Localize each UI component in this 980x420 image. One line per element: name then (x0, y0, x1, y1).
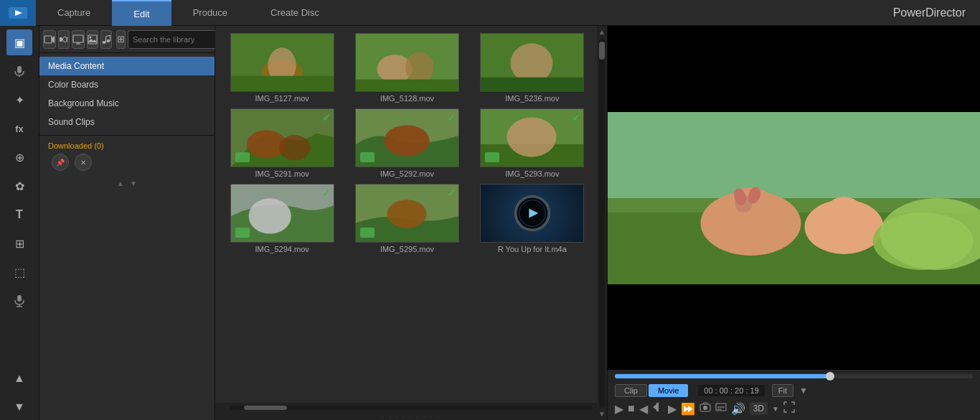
media-label: IMG_5291.mov (255, 169, 309, 178)
volume-icon[interactable]: 🔊 (731, 402, 745, 416)
content-scroll: IMG_5127.mov IMG_5128.mov IMG_5236.mov (215, 26, 607, 403)
3d-icon[interactable]: 3D (750, 402, 768, 415)
music-tool-btn[interactable] (100, 30, 112, 49)
h-scroll-thumb[interactable] (244, 406, 287, 410)
tab-capture[interactable]: Capture (36, 0, 112, 26)
sidebar-particle-icon[interactable]: ✿ (6, 173, 32, 199)
thumb-img5236 (480, 33, 584, 92)
fast-forward-icon[interactable]: ⏩ (681, 402, 695, 416)
fit-dropdown[interactable]: ▼ (799, 386, 808, 396)
list-item[interactable]: ✓ IMG_5295.mov (347, 184, 466, 253)
sidebar-down-icon[interactable]: ▼ (6, 394, 32, 420)
tab-produce[interactable]: Produce (171, 0, 249, 26)
list-item[interactable]: IMG_5236.mov (473, 33, 592, 103)
svg-rect-9 (60, 37, 62, 42)
sidebar-pip-icon[interactable]: ⬚ (6, 259, 32, 285)
resize-handle[interactable]: · · · · · · · · · (215, 413, 607, 420)
clip-button[interactable]: Clip (615, 384, 647, 397)
time-display: 00 : 00 : 20 : 19 (698, 385, 764, 396)
movie-button[interactable]: Movie (649, 384, 688, 397)
check-mark: ✓ (447, 112, 456, 123)
sidebar-fx-icon[interactable]: fx (6, 116, 32, 141)
svg-rect-7 (44, 36, 52, 43)
download-section: Downloaded (0) 📌 ✕ (39, 135, 215, 177)
list-item[interactable]: ✓ IMG_5291.mov (222, 108, 341, 178)
vertical-scrollbar[interactable]: ▲ ▼ (597, 26, 607, 420)
progress-handle[interactable] (826, 372, 834, 381)
sidebar-up-icon[interactable]: ▲ (6, 365, 32, 391)
sidebar-overlay-icon[interactable]: ⊕ (6, 144, 32, 170)
media-label: IMG_5292.mov (380, 169, 434, 178)
resize-dots: · · · · · · · · · (382, 413, 440, 421)
download-label: Downloaded (0) (48, 141, 206, 150)
list-item[interactable]: ✓ IMG_5293.mov (473, 108, 592, 178)
content-area: ▲ ▼ IMG_5127.mov IMG_5128. (215, 26, 607, 420)
dl-icon-clear[interactable]: ✕ (75, 154, 92, 171)
mark-in-icon[interactable] (652, 401, 664, 416)
svg-point-56 (824, 197, 864, 233)
fit-button[interactable]: Fit (772, 384, 793, 397)
subtitle-icon[interactable] (715, 401, 727, 416)
sidebar-effects-icon[interactable]: ✦ (6, 87, 32, 113)
h-scroll-track (230, 406, 593, 410)
list-item[interactable]: ✓ IMG_5292.mov (347, 108, 466, 178)
svg-rect-27 (231, 76, 334, 92)
sidebar-audio-icon[interactable] (6, 58, 32, 84)
nav-list: Media Content Color Boards Background Mu… (39, 53, 215, 135)
fullscreen-icon[interactable] (783, 401, 795, 416)
panel-scroll-down[interactable]: ▼ (130, 179, 137, 187)
nav-background-music[interactable]: Background Music (39, 94, 215, 113)
clip-movie-buttons: Clip Movie (615, 384, 688, 397)
nav-color-boards[interactable]: Color Boards (39, 75, 215, 94)
tab-edit[interactable]: Edit (112, 0, 171, 26)
sidebar-media-icon[interactable]: ▣ (6, 29, 32, 55)
horizontal-scrollbar[interactable] (215, 403, 607, 413)
sidebar-icons: ▣ ✦ fx ⊕ ✿ T ⊞ ⬚ ▲ ▼ (0, 26, 39, 420)
media-grid: IMG_5127.mov IMG_5128.mov IMG_5236.mov (219, 29, 595, 257)
nav-media-content[interactable]: Media Content (39, 57, 215, 75)
scroll-down-arrow[interactable]: ▼ (598, 410, 606, 420)
svg-rect-50 (608, 112, 980, 198)
scroll-up-arrow[interactable]: ▲ (598, 26, 606, 36)
prev-frame-icon[interactable]: ◀ (639, 402, 648, 416)
snapshot-icon[interactable] (699, 401, 711, 416)
progress-bar[interactable] (615, 374, 973, 378)
progress-fill (615, 374, 829, 378)
video-tool-btn[interactable] (43, 30, 56, 49)
list-item[interactable]: IMG_5128.mov (347, 33, 466, 103)
media-label: IMG_5293.mov (505, 169, 559, 178)
check-badge (360, 228, 374, 238)
sidebar-title-icon[interactable]: T (6, 202, 32, 228)
check-mark: ✓ (447, 187, 456, 199)
play-icon[interactable]: ▶ (615, 402, 623, 416)
stop-icon[interactable]: ■ (628, 402, 635, 415)
panel-scroll-up[interactable]: ▲ (117, 179, 124, 187)
media-panel: ⊞ 🔍 Media Content Color Boards Backgroun… (39, 26, 215, 420)
preview-area: Clip Movie 00 : 00 : 20 : 19 Fit ▼ ▶ ■ ◀… (607, 26, 980, 420)
thumb-img5292: ✓ (355, 108, 459, 167)
nav-sound-clips[interactable]: Sound Clips (39, 113, 215, 131)
grid-view-btn[interactable]: ⊞ (116, 30, 126, 49)
media-toolbar: ⊞ 🔍 (39, 26, 215, 53)
list-item[interactable]: ✓ IMG_5294.mov (222, 184, 341, 253)
3d-dropdown[interactable]: ▼ (772, 405, 779, 413)
list-item[interactable]: R You Up for It.m4a (473, 184, 592, 253)
app-logo (0, 0, 36, 26)
list-item[interactable]: IMG_5127.mov (222, 33, 341, 103)
svg-point-19 (103, 41, 106, 44)
screen-tool-btn[interactable] (72, 30, 85, 49)
tab-create-disc[interactable]: Create Disc (249, 0, 341, 26)
image-tool-btn[interactable] (87, 30, 98, 49)
sidebar-transition-icon[interactable]: ⊞ (6, 230, 32, 256)
thumb-img5294: ✓ (230, 184, 334, 243)
scroll-thumb[interactable] (599, 42, 605, 60)
svg-point-46 (387, 200, 426, 228)
ctrl-row-top: Clip Movie 00 : 00 : 20 : 19 Fit ▼ (615, 384, 973, 397)
svg-line-10 (67, 37, 68, 38)
check-badge (360, 152, 374, 162)
audio-tool-btn[interactable] (58, 30, 70, 49)
sidebar-mic-icon[interactable] (6, 288, 32, 314)
media-label: IMG_5127.mov (255, 94, 309, 103)
next-frame-icon[interactable]: ▶ (668, 402, 677, 416)
dl-icon-pin[interactable]: 📌 (52, 154, 69, 171)
